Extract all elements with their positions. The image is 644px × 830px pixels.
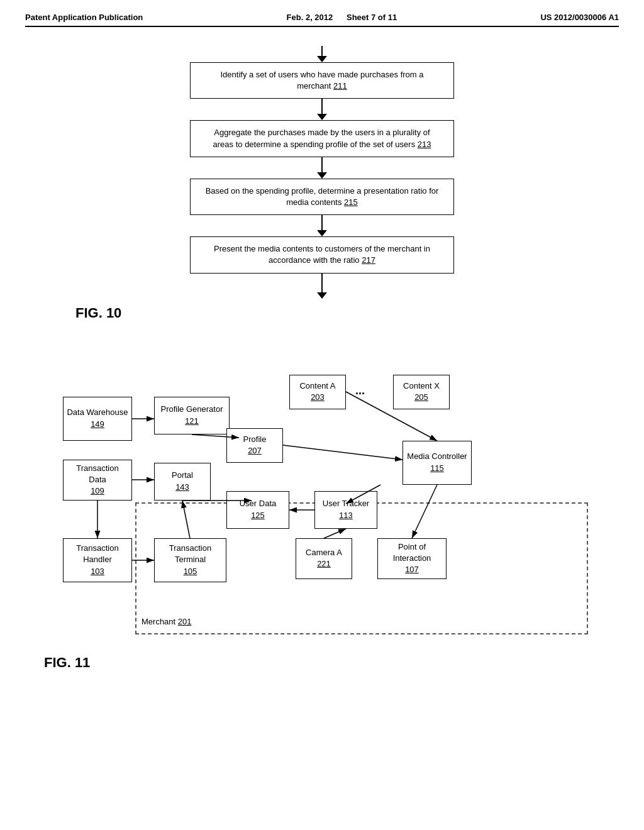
header-sheet: Sheet 7 of 11	[347, 13, 397, 22]
content-a-box: Content A 203	[289, 375, 346, 409]
header-patent-number: US 2012/0030006 A1	[540, 13, 619, 22]
user-data-box: User Data 125	[226, 491, 289, 529]
profile-generator-label: Profile Generator	[161, 404, 223, 415]
flow-box-217-text: Present the media contents to customers …	[214, 244, 430, 265]
transaction-data-label: Transaction Data	[67, 463, 128, 485]
user-data-ref: 125	[251, 510, 265, 521]
page-header: Patent Application Publication Feb. 2, 2…	[25, 13, 619, 27]
profile-generator-box: Profile Generator 121	[154, 397, 230, 434]
user-tracker-label: User Tracker	[323, 498, 369, 509]
merchant-ref: 201	[178, 617, 192, 626]
fig11-diagram: Merchant 201 Data Warehouse 149 Transact…	[44, 340, 610, 642]
media-controller-label: Media Controller	[407, 451, 467, 462]
merchant-label: Merchant 201	[142, 617, 192, 626]
content-a-ref: 203	[311, 392, 325, 403]
arrow-4	[317, 274, 327, 299]
portal-label: Portal	[172, 470, 193, 481]
arrow-3	[317, 215, 327, 236]
fig11-label: FIG. 11	[44, 655, 619, 671]
camera-a-ref: 221	[317, 558, 331, 570]
header-date: Feb. 2, 2012	[287, 13, 333, 22]
ref-211: 211	[333, 81, 347, 91]
transaction-data-ref: 109	[91, 485, 104, 497]
transaction-terminal-ref: 105	[184, 566, 197, 577]
fig10-flowchart: Identify a set of users who have made pu…	[25, 46, 619, 321]
data-warehouse-label: Data Warehouse	[67, 407, 128, 418]
flow-box-213-text: Aggregate the purchases made by the user…	[213, 128, 431, 148]
user-tracker-box: User Tracker 113	[314, 491, 377, 529]
ref-215: 215	[344, 197, 358, 207]
arrow-1	[317, 99, 327, 120]
media-controller-box: Media Controller 115	[402, 441, 472, 485]
portal-box: Portal 143	[154, 463, 211, 501]
header-date-sheet: Feb. 2, 2012 Sheet 7 of 11	[287, 13, 397, 22]
profile-generator-ref: 121	[185, 416, 199, 427]
transaction-handler-label: Transaction Handler	[67, 543, 128, 565]
content-x-ref: 205	[414, 392, 428, 403]
arrow-top	[317, 46, 327, 62]
user-tracker-ref: 113	[339, 510, 353, 521]
flow-box-215: Based on the spending profile, determine…	[190, 179, 454, 215]
media-controller-ref: 115	[430, 463, 444, 474]
transaction-handler-ref: 103	[91, 566, 104, 577]
camera-a-box: Camera A 221	[296, 538, 352, 579]
transaction-terminal-label: Transaction Terminal	[158, 543, 223, 565]
content-a-label: Content A	[299, 380, 335, 392]
transaction-data-box: Transaction Data 109	[63, 460, 132, 501]
user-data-label: User Data	[240, 498, 277, 509]
point-of-interaction-ref: 107	[405, 564, 419, 575]
flow-box-211: Identify a set of users who have made pu…	[190, 62, 454, 99]
ref-213: 213	[418, 140, 431, 149]
profile-box: Profile 207	[226, 428, 283, 463]
arrow-2	[317, 157, 327, 179]
fig10-label: FIG. 10	[75, 305, 121, 321]
profile-ref: 207	[248, 445, 262, 456]
ref-217: 217	[362, 255, 375, 265]
flow-box-211-text: Identify a set of users who have made pu…	[220, 70, 423, 91]
data-warehouse-box: Data Warehouse 149	[63, 397, 132, 441]
profile-label: Profile	[243, 434, 267, 445]
camera-a-label: Camera A	[306, 547, 342, 558]
header-publication: Patent Application Publication	[25, 13, 143, 22]
transaction-terminal-box: Transaction Terminal 105	[154, 538, 226, 582]
page: Patent Application Publication Feb. 2, 2…	[0, 0, 644, 830]
content-x-box: Content X 205	[393, 375, 450, 409]
point-of-interaction-box: Point of Interaction 107	[377, 538, 447, 579]
portal-ref: 143	[175, 482, 189, 493]
data-warehouse-ref: 149	[91, 419, 104, 430]
fig11-section: Merchant 201 Data Warehouse 149 Transact…	[25, 340, 619, 671]
transaction-handler-box: Transaction Handler 103	[63, 538, 132, 582]
flow-box-215-text: Based on the spending profile, determine…	[206, 186, 439, 207]
flow-box-213: Aggregate the purchases made by the user…	[190, 120, 454, 157]
point-of-interaction-label: Point of Interaction	[381, 541, 443, 564]
flow-box-217: Present the media contents to customers …	[190, 236, 454, 273]
ellipsis-label: ...	[355, 384, 365, 397]
svg-line-9	[283, 445, 402, 460]
content-x-label: Content X	[403, 380, 440, 392]
